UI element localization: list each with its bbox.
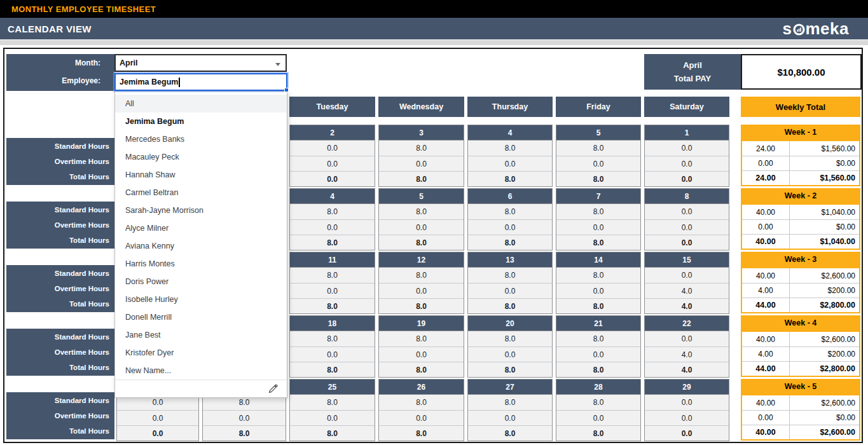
- weekly-total-block: 24.00$1,560.000.00$0.0024.00$1,560.00: [741, 140, 860, 186]
- dropdown-item[interactable]: New Name...: [115, 362, 287, 380]
- standard-hours-cell[interactable]: 8.0: [290, 204, 375, 219]
- dropdown-item[interactable]: Alyce Milner: [115, 219, 287, 237]
- overtime-hours-cell[interactable]: 0.0: [645, 410, 729, 425]
- overtime-hours-cell[interactable]: 0.0: [117, 410, 198, 425]
- standard-hours-cell[interactable]: 8.0: [379, 331, 464, 346]
- overtime-hours-cell[interactable]: 0.0: [468, 283, 552, 298]
- app-title-bar: MONTHLY EMPLOYEE TIMESHEET: [0, 0, 868, 18]
- day-number-cell: 26: [379, 380, 464, 395]
- total-hours-cell: 8.0: [556, 362, 640, 377]
- total-hours-cell: 8.0: [379, 235, 464, 250]
- overtime-hours-cell[interactable]: 0.0: [290, 219, 375, 235]
- overtime-hours-cell[interactable]: 0.0: [203, 410, 286, 425]
- row-label: Standard Hours: [6, 202, 114, 217]
- overtime-hours-cell[interactable]: 0.0: [468, 219, 552, 235]
- standard-hours-cell[interactable]: 8.0: [290, 331, 375, 346]
- total-hours-cell: 8.0: [556, 298, 640, 313]
- weekly-pay-cell: $2,600.00: [789, 268, 859, 283]
- weekly-hours-cell: 0.00: [742, 411, 789, 425]
- standard-hours-cell[interactable]: 8.0: [379, 204, 464, 219]
- standard-hours-cell[interactable]: 8.0: [379, 268, 464, 283]
- dropdown-item[interactable]: Jemima Begum: [115, 113, 287, 130]
- dropdown-item[interactable]: Kristofer Dyer: [115, 344, 287, 362]
- overtime-hours-cell[interactable]: 0.0: [556, 346, 640, 362]
- standard-hours-cell[interactable]: 0.0: [645, 204, 729, 219]
- total-pay-value: $10,800.00: [741, 54, 862, 90]
- standard-hours-cell[interactable]: 8.0: [556, 204, 640, 219]
- dropdown-item[interactable]: All: [115, 95, 287, 113]
- overtime-hours-cell[interactable]: 0.0: [556, 156, 640, 171]
- dropdown-item[interactable]: Carmel Beltran: [115, 184, 287, 202]
- week-5-day-column: 278.00.08.0: [467, 379, 553, 441]
- day-header-tuesday: Tuesday: [289, 97, 375, 117]
- dropdown-item[interactable]: Donell Merrill: [115, 308, 287, 326]
- weekly-pay-cell: $2,800.00: [789, 362, 859, 376]
- standard-hours-cell[interactable]: 8.0: [379, 140, 464, 156]
- standard-hours-cell[interactable]: 8.0: [468, 140, 552, 156]
- overtime-hours-cell[interactable]: 0.0: [290, 346, 375, 362]
- day-number-cell: 15: [645, 252, 729, 268]
- overtime-hours-cell[interactable]: 0.0: [379, 410, 464, 425]
- week-1-day-column: 48.00.08.0: [467, 125, 553, 187]
- standard-hours-cell[interactable]: 8.0: [556, 395, 640, 410]
- overtime-hours-cell[interactable]: 0.0: [645, 219, 729, 235]
- overtime-hours-cell[interactable]: 0.0: [379, 283, 464, 298]
- weekly-total-row: 44.00$2,800.00: [742, 298, 859, 312]
- dropdown-item[interactable]: Mercedes Banks: [115, 130, 287, 148]
- standard-hours-cell[interactable]: 0.0: [645, 395, 729, 410]
- standard-hours-cell[interactable]: 8.0: [468, 331, 552, 346]
- standard-hours-cell[interactable]: 8.0: [379, 395, 464, 410]
- total-hours-cell: 8.0: [379, 171, 464, 186]
- standard-hours-cell[interactable]: 8.0: [468, 268, 552, 283]
- dropdown-item[interactable]: Harris Montes: [115, 255, 287, 273]
- standard-hours-cell[interactable]: 8.0: [290, 395, 375, 410]
- overtime-hours-cell[interactable]: 0.0: [556, 219, 640, 235]
- week-1-day-column: 10.00.00.0: [644, 125, 729, 187]
- dropdown-item[interactable]: Doris Power: [115, 273, 287, 291]
- month-select-value: April: [120, 58, 137, 67]
- overtime-hours-cell[interactable]: 0.0: [468, 410, 552, 425]
- overtime-hours-cell[interactable]: 0.0: [379, 346, 464, 362]
- day-number-cell: 13: [468, 252, 552, 268]
- overtime-hours-cell[interactable]: 0.0: [468, 156, 552, 171]
- standard-hours-cell[interactable]: 8.0: [556, 140, 640, 156]
- overtime-hours-cell[interactable]: 4.0: [645, 346, 729, 362]
- edit-pencil-icon[interactable]: [268, 384, 278, 394]
- overtime-hours-cell[interactable]: 0.0: [290, 156, 375, 171]
- overtime-hours-cell[interactable]: 0.0: [379, 156, 464, 171]
- standard-hours-cell[interactable]: 8.0: [468, 395, 552, 410]
- standard-hours-cell[interactable]: 0.0: [645, 331, 729, 346]
- dropdown-item[interactable]: Macauley Peck: [115, 148, 287, 166]
- total-hours-cell: 8.0: [290, 298, 375, 313]
- month-select[interactable]: April: [114, 54, 287, 72]
- dropdown-item[interactable]: Sarah-Jayne Morrison: [115, 202, 287, 219]
- month-label: Month:: [6, 54, 114, 72]
- day-number-cell: 19: [379, 316, 464, 331]
- dropdown-item[interactable]: Isobelle Hurley: [115, 291, 287, 308]
- standard-hours-cell[interactable]: 8.0: [468, 204, 552, 219]
- week-4-row-labels: Standard HoursOvertime HoursTotal Hours: [6, 329, 114, 376]
- overtime-hours-cell[interactable]: 0.0: [379, 219, 464, 235]
- overtime-hours-cell[interactable]: 0.0: [468, 346, 552, 362]
- overtime-hours-cell[interactable]: 0.0: [290, 410, 375, 425]
- standard-hours-cell[interactable]: 0.0: [645, 268, 729, 283]
- dropdown-footer: [115, 380, 287, 397]
- row-label: Overtime Hours: [6, 154, 114, 169]
- weekly-pay-cell: $1,560.00: [789, 171, 859, 185]
- standard-hours-cell[interactable]: 8.0: [556, 268, 640, 283]
- standard-hours-cell[interactable]: 0.0: [290, 140, 375, 156]
- overtime-hours-cell[interactable]: 0.0: [556, 410, 640, 425]
- standard-hours-cell[interactable]: 0.0: [645, 140, 729, 156]
- overtime-hours-cell[interactable]: 0.0: [556, 283, 640, 298]
- overtime-hours-cell[interactable]: 0.0: [290, 283, 375, 298]
- dropdown-item[interactable]: Jane Best: [115, 326, 287, 344]
- employee-input[interactable]: Jemima Begum: [114, 73, 287, 91]
- overtime-hours-cell[interactable]: 4.0: [645, 283, 729, 298]
- standard-hours-cell[interactable]: 8.0: [290, 268, 375, 283]
- day-header-wednesday: Wednesday: [378, 97, 464, 117]
- dropdown-item[interactable]: Hannah Shaw: [115, 166, 287, 184]
- standard-hours-cell[interactable]: 8.0: [556, 331, 640, 346]
- overtime-hours-cell[interactable]: 0.0: [645, 156, 729, 171]
- dropdown-item[interactable]: Aviana Kenny: [115, 237, 287, 255]
- selection-handle[interactable]: [284, 88, 289, 92]
